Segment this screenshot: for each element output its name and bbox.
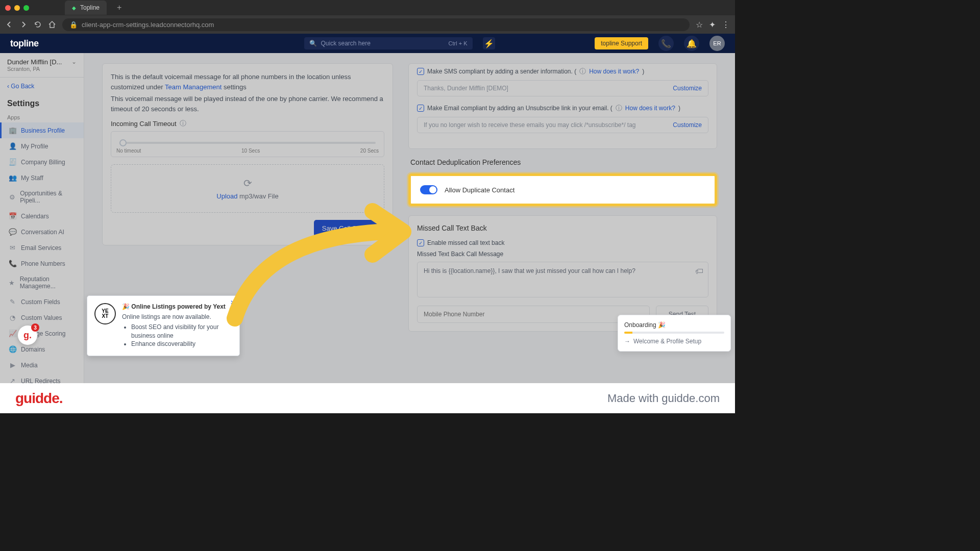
search-placeholder: Quick search here — [321, 40, 371, 47]
app-header: topline 🔍 Quick search here Ctrl + K ⚡ t… — [0, 34, 735, 53]
sidebar-icon: 📈 — [9, 330, 16, 337]
close-window-icon[interactable] — [5, 5, 11, 11]
enable-missed-row: ✓ Enable missed call text back — [417, 239, 708, 246]
browser-menu-icon[interactable]: ⋮ — [722, 20, 730, 30]
email-checkbox[interactable]: ✓ — [417, 105, 424, 112]
sidebar-item-manage-scoring[interactable]: 📈Manage Scoring — [0, 325, 84, 341]
sidebar-icon: 🧾 — [9, 158, 16, 166]
footer: guidde. Made with guidde.com — [0, 383, 735, 413]
customize-link[interactable]: Customize — [673, 121, 702, 129]
info-icon[interactable]: ⓘ — [180, 119, 186, 128]
sidebar-icon: 📅 — [9, 212, 16, 220]
back-button[interactable] — [5, 20, 13, 29]
tag-icon[interactable]: 🏷 — [695, 267, 703, 276]
sms-checkbox[interactable]: ✓ — [417, 68, 424, 75]
sidebar-label: Email Services — [21, 244, 61, 252]
sidebar-item-media[interactable]: ▶Media — [0, 357, 84, 373]
missed-title: Missed Call Text Back — [417, 224, 708, 232]
sidebar-item-custom-fields[interactable]: ✎Custom Fields — [0, 294, 84, 310]
extensions-icon[interactable]: ✦ — [709, 20, 716, 30]
onboarding-title: Onboarding 🎉 — [624, 321, 724, 329]
sidebar-item-business-profile[interactable]: 🏢Business Profile — [0, 122, 84, 138]
email-unsubscribe-field[interactable]: If you no longer wish to receive these e… — [417, 117, 708, 133]
upload-dropzone[interactable]: ⟳ Upload mp3/wav File — [111, 164, 384, 213]
sidebar-label: Calendars — [21, 213, 49, 220]
yext-title: 🎉 Online Listings powered by Yext — [122, 303, 232, 310]
sidebar-item-company-billing[interactable]: 🧾Company Billing — [0, 154, 84, 170]
notifications-icon[interactable]: 🔔 — [684, 36, 699, 51]
allow-duplicate-toggle[interactable] — [420, 185, 437, 194]
quick-actions-button[interactable]: ⚡ — [483, 37, 495, 49]
bookmark-icon[interactable]: ☆ — [696, 20, 703, 30]
phone-input[interactable] — [417, 306, 650, 323]
sidebar-item-calendars[interactable]: 📅Calendars — [0, 208, 84, 224]
go-back-link[interactable]: ‹ Go Back — [0, 78, 84, 95]
toggle-label: Allow Duplicate Contact — [445, 186, 514, 194]
slider-thumb[interactable] — [119, 139, 127, 146]
home-button[interactable] — [48, 20, 56, 29]
dedup-title: Contact Deduplication Preferences — [408, 158, 717, 166]
sidebar-label: Custom Fields — [21, 298, 60, 306]
sidebar-icon: ✎ — [9, 298, 16, 306]
team-management-link[interactable]: Team Management — [165, 83, 222, 91]
email-compliance-row: ✓ Make Email compliant by adding an Unsu… — [417, 104, 708, 113]
guidde-logo: guidde. — [15, 390, 63, 407]
phone-icon[interactable]: 📞 — [658, 36, 674, 51]
sidebar-item-my-staff[interactable]: 👥My Staff — [0, 170, 84, 186]
minimize-window-icon[interactable] — [14, 5, 20, 11]
avatar[interactable]: ER — [709, 36, 725, 51]
sidebar-label: Opportunities & Pipeli... — [20, 190, 77, 204]
sidebar-label: My Profile — [21, 143, 48, 150]
sidebar-item-email-services[interactable]: ✉Email Services — [0, 240, 84, 256]
sidebar-item-domains[interactable]: 🌐Domains — [0, 341, 84, 357]
arrow-right-icon: → — [624, 338, 630, 345]
info-icon[interactable]: ⓘ — [616, 104, 622, 113]
dedup-toggle-card: Allow Duplicate Contact — [408, 173, 717, 206]
enable-missed-checkbox[interactable]: ✓ — [417, 239, 424, 246]
sidebar-item-opportunities-pipeli[interactable]: ⚙Opportunities & Pipeli... — [0, 186, 84, 208]
search-input[interactable]: 🔍 Quick search here Ctrl + K — [304, 37, 473, 49]
sidebar-item-reputation-manageme[interactable]: ★Reputation Manageme... — [0, 271, 84, 294]
sidebar-label: Reputation Manageme... — [20, 276, 77, 290]
sidebar-icon: 💬 — [9, 228, 16, 236]
url-field[interactable]: 🔒 client-app-crm-settings.leadconnectorh… — [62, 18, 690, 31]
forward-button[interactable] — [19, 20, 28, 29]
how-link[interactable]: How does it work? — [589, 68, 639, 75]
sidebar-icon: ⚙ — [9, 193, 15, 201]
message-label: Missed Text Back Call Message — [417, 251, 708, 258]
save-call-settings-button[interactable]: Save Call Settings — [314, 220, 384, 237]
sms-sender-field[interactable]: Thanks, Dunder Mifflin [DEMO] Customize — [417, 80, 708, 96]
new-tab-button[interactable]: + — [117, 3, 121, 12]
badge-count: 3 — [31, 323, 39, 332]
missed-message-textarea[interactable] — [417, 262, 708, 297]
voicemail-desc2: This voicemail message will be played in… — [111, 94, 384, 114]
maximize-window-icon[interactable] — [23, 5, 29, 11]
sidebar-label: Company Billing — [21, 159, 65, 166]
sidebar-icon: ★ — [9, 279, 15, 287]
sidebar-item-custom-values[interactable]: ◔Custom Values — [0, 310, 84, 325]
customize-link[interactable]: Customize — [673, 85, 702, 92]
compliance-card: ✓ Make SMS compliant by adding a sender … — [408, 63, 717, 149]
sidebar-item-conversation-ai[interactable]: 💬Conversation AI — [0, 224, 84, 240]
logo: topline — [10, 38, 39, 49]
yext-popover: ✕ YEXT 🎉 Online Listings powered by Yext… — [87, 295, 240, 356]
how-link[interactable]: How does it work? — [625, 105, 675, 112]
guidde-badge[interactable]: g.3 — [18, 325, 37, 345]
support-button[interactable]: topline Support — [595, 37, 648, 49]
yext-logo-icon: YEXT — [94, 303, 116, 324]
info-icon[interactable]: ⓘ — [579, 67, 586, 76]
sidebar-item-my-profile[interactable]: 👤My Profile — [0, 138, 84, 154]
reload-button[interactable] — [34, 20, 42, 29]
browser-tab[interactable]: ◆ Topline — [65, 1, 107, 15]
sidebar-item-phone-numbers[interactable]: 📞Phone Numbers — [0, 256, 84, 271]
timeout-slider[interactable]: No timeout 10 Secs 20 Secs — [111, 131, 384, 157]
sidebar-label: Media — [21, 362, 38, 369]
search-shortcut: Ctrl + K — [449, 40, 468, 46]
sidebar-label: Conversation AI — [21, 229, 64, 236]
location-selector[interactable]: ⌄ Dunder Mifflin [D... Scranton, PA — [0, 53, 84, 78]
onboarding-widget[interactable]: Onboarding 🎉 → Welcome & Profile Setup — [618, 315, 731, 352]
sidebar-label: Phone Numbers — [21, 260, 65, 267]
close-icon[interactable]: ✕ — [230, 299, 235, 306]
sidebar-label: Domains — [21, 346, 45, 353]
onboarding-step[interactable]: → Welcome & Profile Setup — [624, 338, 724, 345]
